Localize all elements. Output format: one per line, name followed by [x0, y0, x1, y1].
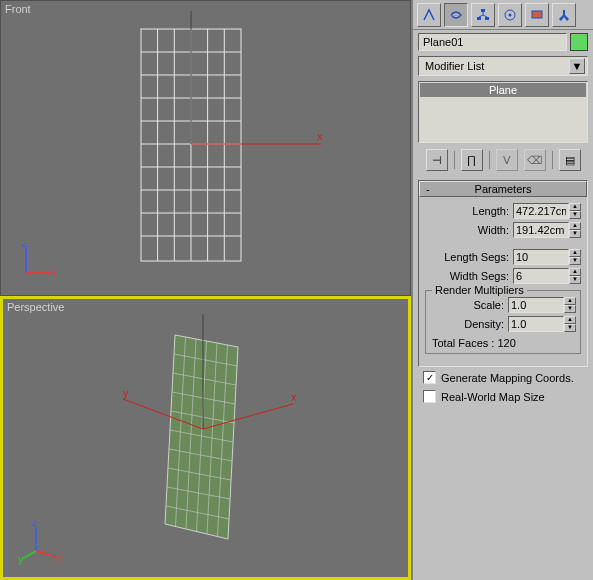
- svg-rect-48: [481, 9, 485, 12]
- make-unique-button[interactable]: ᐯ: [496, 149, 518, 171]
- make-unique-icon: ᐯ: [503, 154, 511, 167]
- object-name-row: [413, 30, 593, 54]
- parameters-rollout: - Parameters Length: ▲▼ Width: ▲▼ Length: [418, 180, 588, 367]
- density-spinner[interactable]: ▲▼: [508, 316, 576, 332]
- configure-sets-button[interactable]: ▤: [559, 149, 581, 171]
- spin-up-icon[interactable]: ▲: [569, 203, 581, 211]
- render-multipliers-group: Render Multipliers Scale: ▲▼ Density: ▲▼…: [425, 290, 581, 354]
- real-world-checkbox[interactable]: [423, 390, 436, 403]
- generate-mapping-checkbox[interactable]: ✓: [423, 371, 436, 384]
- remove-modifier-button[interactable]: ⌫: [524, 149, 546, 171]
- svg-rect-49: [477, 17, 481, 20]
- svg-line-44: [22, 551, 36, 559]
- length-input[interactable]: [513, 203, 569, 219]
- width-segs-input[interactable]: [513, 268, 569, 284]
- svg-rect-50: [485, 17, 489, 20]
- perspective-scene: y x: [3, 299, 408, 577]
- configure-icon: ▤: [565, 154, 575, 167]
- spin-up-icon[interactable]: ▲: [569, 249, 581, 257]
- rollout-title: Parameters: [475, 183, 532, 195]
- viewport-perspective[interactable]: Perspective y x: [0, 296, 411, 580]
- parameters-rollout-header[interactable]: - Parameters: [419, 181, 587, 197]
- spin-up-icon[interactable]: ▲: [569, 268, 581, 276]
- svg-text:x: x: [291, 391, 297, 403]
- separator: [454, 151, 455, 169]
- pin-icon: ⊣: [432, 154, 442, 167]
- tab-hierarchy[interactable]: [471, 3, 495, 27]
- svg-text:x: x: [52, 266, 56, 278]
- stack-item-plane[interactable]: Plane: [420, 83, 586, 97]
- tab-utilities[interactable]: [552, 3, 576, 27]
- density-label: Density:: [464, 318, 504, 330]
- length-segs-label: Length Segs:: [444, 251, 509, 263]
- pin-stack-button[interactable]: ⊣: [426, 149, 448, 171]
- collapse-icon: -: [426, 183, 430, 195]
- spin-up-icon[interactable]: ▲: [564, 297, 576, 305]
- svg-point-52: [509, 13, 512, 16]
- spin-down-icon[interactable]: ▼: [569, 276, 581, 284]
- tab-create[interactable]: [417, 3, 441, 27]
- tab-motion[interactable]: [498, 3, 522, 27]
- svg-text:x: x: [317, 130, 323, 142]
- length-segs-input[interactable]: [513, 249, 569, 265]
- modifier-stack[interactable]: Plane: [418, 81, 588, 143]
- modifier-list-label: Modifier List: [425, 60, 484, 72]
- spin-down-icon[interactable]: ▼: [564, 324, 576, 332]
- command-panel: Modifier List ▼ Plane ⊣ ∏ ᐯ ⌫ ▤ - Parame…: [411, 0, 593, 580]
- viewport-front[interactable]: Front x: [0, 0, 411, 296]
- tab-display[interactable]: [525, 3, 549, 27]
- width-spinner[interactable]: ▲▼: [513, 222, 581, 238]
- spin-down-icon[interactable]: ▼: [564, 305, 576, 313]
- spin-up-icon[interactable]: ▲: [564, 316, 576, 324]
- separator: [552, 151, 553, 169]
- scale-spinner[interactable]: ▲▼: [508, 297, 576, 313]
- dropdown-arrow-icon: ▼: [569, 58, 585, 74]
- viewports-area: Front x: [0, 0, 411, 580]
- length-spinner[interactable]: ▲▼: [513, 203, 581, 219]
- show-end-result-button[interactable]: ∏: [461, 149, 483, 171]
- plane-grid-front: x: [141, 11, 323, 261]
- tab-modify[interactable]: [444, 3, 468, 27]
- plane-mesh-perspective: y x: [123, 314, 297, 539]
- length-segs-spinner[interactable]: ▲▼: [513, 249, 581, 265]
- svg-text:y: y: [18, 553, 24, 565]
- svg-text:x: x: [56, 551, 62, 563]
- width-label: Width:: [478, 224, 509, 236]
- axis-gizmo-perspective: z x y: [18, 521, 62, 565]
- real-world-row: Real-World Map Size: [413, 386, 593, 405]
- width-input[interactable]: [513, 222, 569, 238]
- svg-line-43: [36, 551, 56, 557]
- scale-input[interactable]: [508, 297, 564, 313]
- scale-label: Scale:: [473, 299, 504, 311]
- svg-text:z: z: [22, 243, 28, 249]
- spin-down-icon[interactable]: ▼: [569, 257, 581, 265]
- generate-mapping-row: ✓ Generate Mapping Coords.: [413, 367, 593, 386]
- trash-icon: ⌫: [527, 154, 543, 167]
- show-result-icon: ∏: [467, 154, 476, 166]
- spin-down-icon[interactable]: ▼: [569, 211, 581, 219]
- generate-mapping-label: Generate Mapping Coords.: [441, 372, 574, 384]
- spin-down-icon[interactable]: ▼: [569, 230, 581, 238]
- separator: [489, 151, 490, 169]
- stack-toolbar: ⊣ ∏ ᐯ ⌫ ▤: [413, 146, 593, 174]
- density-input[interactable]: [508, 316, 564, 332]
- render-multipliers-title: Render Multipliers: [432, 284, 527, 296]
- command-panel-tabs: [413, 0, 593, 30]
- total-faces-label: Total Faces : 120: [430, 335, 576, 349]
- width-segs-label: Width Segs:: [450, 270, 509, 282]
- object-color-swatch[interactable]: [570, 33, 588, 51]
- length-label: Length:: [472, 205, 509, 217]
- svg-text:z: z: [32, 521, 38, 528]
- modifier-list-dropdown[interactable]: Modifier List ▼: [418, 56, 588, 76]
- width-segs-spinner[interactable]: ▲▼: [513, 268, 581, 284]
- spin-up-icon[interactable]: ▲: [569, 222, 581, 230]
- front-scene: x: [1, 1, 410, 295]
- real-world-label: Real-World Map Size: [441, 391, 545, 403]
- axis-gizmo-front: z x: [16, 243, 56, 283]
- object-name-input[interactable]: [418, 33, 567, 51]
- svg-rect-53: [532, 11, 542, 18]
- svg-text:y: y: [123, 387, 129, 399]
